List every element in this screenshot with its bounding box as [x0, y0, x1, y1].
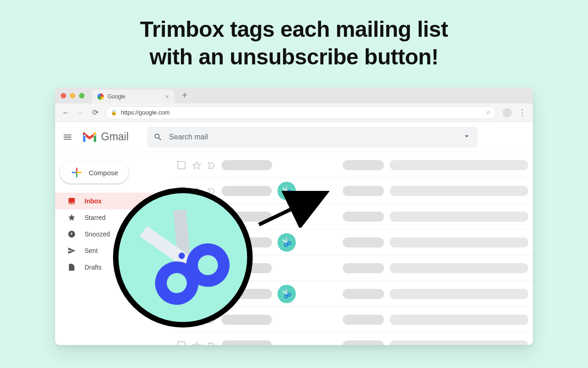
gmail-wordmark: Gmail [101, 131, 129, 143]
body-placeholder [390, 160, 528, 170]
gmail-logo[interactable]: Gmail [82, 131, 129, 143]
row-checkbox[interactable] [177, 161, 186, 169]
send-icon [67, 247, 76, 255]
body-placeholder [390, 263, 528, 273]
gmail-header: Gmail Search mail [55, 122, 533, 152]
mail-row[interactable] [173, 333, 533, 345]
subject-placeholder [343, 289, 384, 299]
sender-placeholder [221, 186, 272, 196]
sender-col [221, 340, 336, 345]
content-col [343, 186, 528, 196]
subject-placeholder [343, 340, 384, 345]
close-tab-icon[interactable]: × [165, 93, 169, 100]
browser-tabbar: Google × + [55, 87, 533, 104]
subject-placeholder [343, 186, 384, 196]
star-icon[interactable] [192, 161, 200, 169]
file-icon [67, 263, 76, 271]
body-placeholder [390, 186, 528, 196]
body-placeholder [390, 237, 528, 247]
browser-urlbar: ← → ⟳ 🔒 https://google.com ☆ ⋮ [55, 104, 533, 122]
content-col [343, 160, 528, 170]
sidebar-item-label: Inbox [85, 197, 102, 205]
back-icon[interactable]: ← [62, 109, 70, 117]
url-text: https://google.com [121, 109, 170, 116]
headline: Trimbox tags each mailing list with an u… [0, 0, 588, 71]
lock-icon: 🔒 [111, 109, 117, 115]
scissors-icon [130, 205, 236, 310]
svg-point-8 [287, 241, 291, 245]
sender-col [221, 160, 336, 170]
star-icon[interactable] [192, 341, 200, 345]
subject-placeholder [343, 212, 384, 222]
content-col [343, 315, 528, 325]
content-col [343, 237, 528, 247]
sidebar-item-label: Sent [85, 247, 98, 254]
mail-row[interactable] [173, 152, 533, 178]
search-options-icon[interactable] [462, 132, 471, 143]
plus-icon [70, 166, 83, 179]
window-minimize-button[interactable] [70, 93, 75, 98]
body-placeholder [390, 340, 528, 345]
trimbox-callout [113, 188, 253, 328]
window-close-button[interactable] [61, 93, 66, 98]
url-input[interactable]: 🔒 https://google.com ☆ [106, 106, 496, 119]
subject-placeholder [343, 160, 384, 170]
trimbox-unsubscribe-button[interactable] [277, 285, 296, 303]
google-favicon [97, 93, 104, 100]
content-col [343, 212, 528, 222]
sender-placeholder [221, 340, 272, 345]
important-icon[interactable] [207, 341, 215, 345]
reload-icon[interactable]: ⟳ [91, 109, 99, 117]
row-checkbox[interactable] [177, 341, 186, 345]
trimbox-unsubscribe-button[interactable] [277, 182, 296, 200]
bookmark-star-icon[interactable]: ☆ [486, 109, 491, 116]
gmail-m-icon [82, 131, 97, 143]
trimbox-unsubscribe-button[interactable] [277, 233, 296, 252]
content-col [343, 263, 528, 273]
subject-placeholder [343, 315, 384, 325]
clock-icon [67, 230, 76, 238]
sidebar-item-label: Starred [85, 214, 106, 221]
forward-icon[interactable]: → [76, 109, 85, 117]
headline-line1: Trimbox tags each mailing list [140, 17, 448, 41]
mail-row[interactable] [173, 178, 533, 204]
content-col [343, 289, 528, 299]
window-maximize-button[interactable] [79, 93, 85, 98]
browser-menu-icon[interactable]: ⋮ [518, 108, 526, 118]
svg-point-3 [287, 190, 291, 194]
sidebar-item-label: Drafts [85, 264, 102, 271]
sender-placeholder [221, 160, 272, 170]
menu-icon[interactable] [62, 132, 73, 142]
search-icon [153, 132, 163, 142]
body-placeholder [390, 212, 528, 222]
content-col [343, 340, 528, 345]
browser-tab[interactable]: Google × [92, 90, 175, 104]
svg-point-18 [186, 243, 229, 287]
sender-col [221, 182, 336, 200]
body-placeholder [390, 289, 528, 299]
star-icon [67, 213, 76, 222]
subject-placeholder [343, 263, 384, 273]
body-placeholder [390, 315, 528, 325]
tab-title: Google [107, 93, 125, 100]
compose-label: Compose [89, 169, 118, 177]
compose-button[interactable]: Compose [60, 161, 129, 184]
important-icon[interactable] [207, 161, 215, 169]
search-placeholder: Search mail [169, 133, 208, 141]
sender-col [221, 315, 336, 325]
new-tab-button[interactable]: + [182, 90, 187, 101]
profile-avatar[interactable] [503, 108, 512, 117]
sender-placeholder [221, 315, 272, 325]
headline-line2: with an unsubscribe button! [149, 45, 438, 69]
search-input[interactable]: Search mail [147, 126, 478, 148]
sidebar-item-label: Snoozed [85, 230, 110, 238]
subject-placeholder [343, 237, 384, 247]
inbox-icon [67, 197, 76, 205]
svg-point-13 [287, 293, 291, 297]
